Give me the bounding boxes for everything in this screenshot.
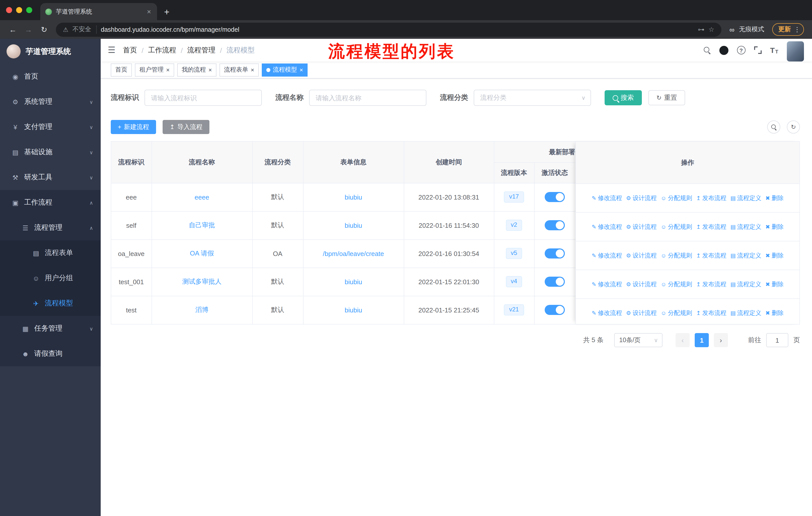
page-1-button[interactable]: 1 [695,333,709,347]
publish-process-link[interactable]: 发布流程 [696,194,726,202]
process-name-link[interactable]: OA 请假 [190,249,214,257]
publish-process-link[interactable]: 发布流程 [696,309,726,318]
sidebar-item-user-group[interactable]: ☺ 用户分组 [0,266,101,291]
design-process-link[interactable]: 设计流程 [626,280,657,289]
sidebar-item-infrastructure[interactable]: ▤ 基础设施 ∨ [0,140,101,165]
browser-tab[interactable]: 芋道管理系统 × [40,3,157,20]
publish-process-link[interactable]: 发布流程 [696,280,726,289]
reset-button[interactable]: ↻ 重置 [648,90,685,105]
delete-link[interactable]: 删除 [765,194,784,202]
sidebar-item-leave-query[interactable]: ☻ 请假查询 [0,341,101,366]
goto-page-input[interactable] [766,333,788,347]
sidebar-item-devtools[interactable]: ⚒ 研发工具 ∨ [0,165,101,190]
reload-icon[interactable]: ↻ [37,25,51,34]
assign-rule-link[interactable]: 分配规则 [661,251,692,260]
form-link[interactable]: biubiu [345,193,362,201]
active-toggle[interactable] [545,305,565,315]
design-process-link[interactable]: 设计流程 [626,222,657,231]
process-name-link[interactable]: eeee [195,193,209,201]
edit-process-link[interactable]: 修改流程 [592,194,622,202]
process-category-select[interactable]: 流程分类 ∨ [474,90,591,106]
process-name-input[interactable] [309,90,426,106]
assign-rule-link[interactable]: 分配规则 [661,309,692,318]
assign-rule-link[interactable]: 分配规则 [661,194,692,202]
version-badge[interactable]: v4 [506,276,522,287]
active-toggle[interactable] [545,248,565,259]
breadcrumb-workflow[interactable]: 工作流程 [148,46,176,55]
sidebar-item-process-model[interactable]: ✈ 流程模型 [0,291,101,316]
delete-link[interactable]: 删除 [765,280,784,289]
process-name-link[interactable]: 测试多审批人 [182,278,222,285]
tag-tenant[interactable]: 租户管理 × [135,63,174,76]
publish-process-link[interactable]: 发布流程 [696,251,726,260]
sidebar-item-system[interactable]: ⚙ 系统管理 ∨ [0,89,101,114]
version-badge[interactable]: v5 [506,248,522,259]
active-toggle[interactable] [545,192,565,202]
zoom-window-button[interactable] [26,7,32,13]
process-name-link[interactable]: 自己审批 [189,221,215,229]
form-link[interactable]: biubiu [345,221,362,229]
tag-my-process[interactable]: 我的流程 × [177,63,216,76]
tag-process-model[interactable]: 流程模型 × [262,63,308,76]
tab-close-icon[interactable]: × [146,7,152,16]
page-size-select[interactable]: 10条/页 ∨ [614,333,663,347]
assign-rule-link[interactable]: 分配规则 [661,222,692,231]
publish-process-link[interactable]: 发布流程 [696,222,726,231]
edit-process-link[interactable]: 修改流程 [592,222,622,231]
bookmark-star-icon[interactable]: ☆ [708,26,714,33]
edit-process-link[interactable]: 修改流程 [592,251,622,260]
user-avatar[interactable] [787,41,804,61]
forward-icon[interactable]: → [22,25,35,34]
process-definition-link[interactable]: 流程定义 [730,309,761,318]
process-id-input[interactable] [144,90,262,106]
search-icon[interactable] [703,47,710,54]
breadcrumb-home[interactable]: 首页 [123,46,137,55]
breadcrumb-process-management[interactable]: 流程管理 [187,46,215,55]
close-icon[interactable]: × [299,67,303,73]
toggle-search-button[interactable] [767,120,780,134]
edit-process-link[interactable]: 修改流程 [592,309,622,318]
form-link[interactable]: /bpm/oa/leave/create [323,250,384,257]
process-definition-link[interactable]: 流程定义 [730,194,761,202]
process-name-link[interactable]: 滔博 [195,306,208,314]
delete-link[interactable]: 删除 [765,251,784,260]
prev-page-button[interactable]: ‹ [675,333,690,347]
sidebar-item-payment[interactable]: ¥ 支付管理 ∨ [0,114,101,140]
design-process-link[interactable]: 设计流程 [626,194,657,202]
tag-home[interactable]: 首页 [111,63,132,76]
sidebar-item-process-form[interactable]: ▤ 流程表单 [0,240,101,266]
process-definition-link[interactable]: 流程定义 [730,251,761,260]
sidebar-item-process-management[interactable]: ☰ 流程管理 ∧ [0,215,101,240]
help-icon[interactable]: ? [737,46,745,54]
active-toggle[interactable] [545,277,565,287]
close-window-button[interactable] [6,7,12,13]
browser-update-button[interactable]: 更新 ⋮ [772,23,804,36]
minimize-window-button[interactable] [16,7,22,13]
tag-process-form[interactable]: 流程表单 × [220,63,259,76]
process-definition-link[interactable]: 流程定义 [730,280,761,289]
import-process-button[interactable]: ↥ 导入流程 [163,120,209,134]
search-button[interactable]: 搜索 [605,90,642,105]
menu-dots-icon[interactable]: ⋮ [794,26,801,33]
security-label[interactable]: 不安全 [72,25,97,34]
version-badge[interactable]: v21 [504,305,524,316]
delete-link[interactable]: 删除 [765,309,784,318]
sidebar-item-task-management[interactable]: ▦ 任务管理 ∨ [0,316,101,341]
github-icon[interactable] [719,46,728,55]
version-badge[interactable]: v17 [504,191,524,202]
process-definition-link[interactable]: 流程定义 [730,222,761,231]
hamburger-icon[interactable]: ☰ [108,45,116,55]
url-text[interactable]: dashboard.yudao.iocoder.cn/bpm/manager/m… [101,26,694,33]
close-icon[interactable]: × [251,67,254,73]
form-link[interactable]: biubiu [345,306,362,314]
next-page-button[interactable]: › [714,333,728,347]
edit-process-link[interactable]: 修改流程 [592,280,622,289]
font-size-icon[interactable]: TT [770,46,778,54]
form-link[interactable]: biubiu [345,278,362,286]
new-tab-button[interactable]: + [164,7,169,17]
design-process-link[interactable]: 设计流程 [626,251,657,260]
create-process-button[interactable]: + 新建流程 [111,120,156,134]
close-icon[interactable]: × [208,67,212,73]
address-bar[interactable]: ⚠ 不安全 dashboard.yudao.iocoder.cn/bpm/man… [56,22,721,36]
refresh-table-button[interactable]: ↻ [787,120,800,134]
